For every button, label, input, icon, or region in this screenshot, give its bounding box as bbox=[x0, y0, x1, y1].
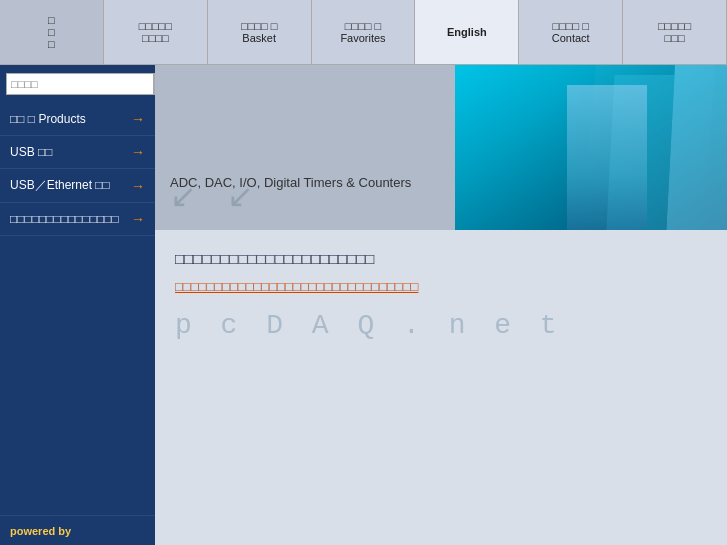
arrow-left-2: ↙ bbox=[227, 177, 254, 215]
info-title: □□□□□□□□□□□□□□□□□□□□□□ bbox=[175, 250, 707, 267]
sidebar-arrow-products: → bbox=[131, 111, 145, 127]
hero-left-panel: ADC, DAC, I/O, Digital Timers & Counters… bbox=[155, 65, 455, 230]
svg-rect-1 bbox=[665, 65, 727, 230]
top-nav: □ □ □ □□□□□ □□□□ □□□□ □ Basket □□□□ □ Fa… bbox=[0, 0, 727, 65]
svg-rect-2 bbox=[605, 75, 674, 230]
sidebar-arrow-other: → bbox=[131, 211, 145, 227]
hero-right-panel bbox=[455, 65, 727, 230]
hero-banner: ADC, DAC, I/O, Digital Timers & Counters… bbox=[155, 65, 727, 230]
nav-item-misc[interactable]: □□□□□ □□□ bbox=[623, 0, 727, 64]
search-input[interactable] bbox=[6, 73, 154, 95]
brand-text: p c D A Q . n e t bbox=[175, 310, 707, 341]
info-link[interactable]: □□□□□□□□□□□□□□□□□□□□□□□□□□□□□□□ bbox=[175, 279, 707, 294]
sidebar-item-usb-ethernet[interactable]: USB／Ethernet □□ → bbox=[0, 169, 155, 203]
nav-item-contact[interactable]: □□□□ □ Contact bbox=[519, 0, 623, 64]
sidebar-item-other[interactable]: □□□□□□□□□□□□□□□ → bbox=[0, 203, 155, 236]
sidebar-item-products-label: □□ □ Products bbox=[10, 112, 86, 126]
sidebar: 🔍 □□ □ Products → USB □□ → USB／Ethernet … bbox=[0, 65, 155, 545]
sidebar-item-other-label: □□□□□□□□□□□□□□□ bbox=[10, 212, 119, 226]
info-section: □□□□□□□□□□□□□□□□□□□□□□ □□□□□□□□□□□□□□□□□… bbox=[155, 230, 727, 351]
hero-arrows: ↙ ↙ bbox=[170, 177, 254, 215]
nav-item-home[interactable]: □ □ □ bbox=[0, 0, 104, 64]
hero-graphic bbox=[455, 65, 727, 230]
content-area: ADC, DAC, I/O, Digital Timers & Counters… bbox=[155, 65, 727, 545]
sidebar-item-usb-ethernet-label: USB／Ethernet □□ bbox=[10, 177, 110, 194]
sidebar-item-usb[interactable]: USB □□ → bbox=[0, 136, 155, 169]
arrow-left-1: ↙ bbox=[170, 177, 197, 215]
nav-item-basket[interactable]: □□□□ □ Basket bbox=[208, 0, 312, 64]
sidebar-item-usb-label: USB □□ bbox=[10, 145, 53, 159]
sidebar-arrow-usb-ethernet: → bbox=[131, 178, 145, 194]
nav-item-shop[interactable]: □□□□□ □□□□ bbox=[104, 0, 208, 64]
nav-item-english[interactable]: English bbox=[415, 0, 519, 64]
main-layout: 🔍 □□ □ Products → USB □□ → USB／Ethernet … bbox=[0, 65, 727, 545]
search-bar: 🔍 bbox=[0, 65, 155, 103]
sidebar-arrow-usb: → bbox=[131, 144, 145, 160]
sidebar-item-products[interactable]: □□ □ Products → bbox=[0, 103, 155, 136]
nav-item-favorites[interactable]: □□□□ □ Favorites bbox=[312, 0, 416, 64]
powered-by-label: powered by bbox=[0, 515, 155, 545]
